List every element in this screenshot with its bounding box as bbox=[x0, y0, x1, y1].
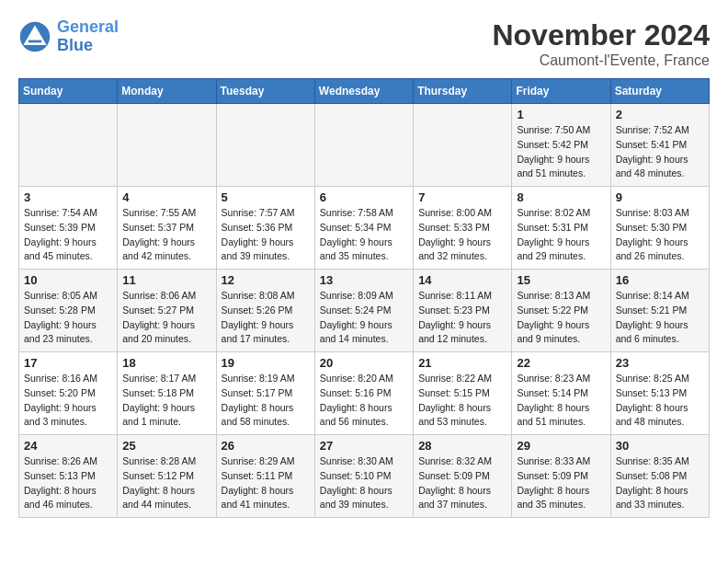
day-cell: 26Sunrise: 8:29 AM Sunset: 5:11 PM Dayli… bbox=[216, 435, 314, 518]
day-number: 2 bbox=[616, 108, 704, 121]
day-info: Sunrise: 8:06 AM Sunset: 5:27 PM Dayligh… bbox=[122, 289, 210, 347]
day-cell bbox=[216, 104, 314, 187]
day-info: Sunrise: 8:26 AM Sunset: 5:13 PM Dayligh… bbox=[24, 454, 112, 512]
day-cell: 19Sunrise: 8:19 AM Sunset: 5:17 PM Dayli… bbox=[216, 352, 314, 435]
day-cell bbox=[314, 104, 413, 187]
day-number: 9 bbox=[616, 190, 704, 204]
day-info: Sunrise: 8:32 AM Sunset: 5:09 PM Dayligh… bbox=[418, 454, 506, 512]
day-cell: 18Sunrise: 8:17 AM Sunset: 5:18 PM Dayli… bbox=[118, 352, 216, 435]
day-cell: 7Sunrise: 8:00 AM Sunset: 5:33 PM Daylig… bbox=[414, 187, 512, 270]
day-info: Sunrise: 8:05 AM Sunset: 5:28 PM Dayligh… bbox=[24, 289, 112, 347]
day-cell: 11Sunrise: 8:06 AM Sunset: 5:27 PM Dayli… bbox=[118, 270, 216, 352]
day-cell: 1Sunrise: 7:50 AM Sunset: 5:42 PM Daylig… bbox=[512, 104, 610, 187]
day-cell: 27Sunrise: 8:30 AM Sunset: 5:10 PM Dayli… bbox=[314, 435, 413, 518]
logo-icon bbox=[18, 20, 51, 53]
day-number: 26 bbox=[222, 439, 310, 453]
day-info: Sunrise: 8:35 AM Sunset: 5:08 PM Dayligh… bbox=[616, 454, 704, 512]
day-cell: 25Sunrise: 8:28 AM Sunset: 5:12 PM Dayli… bbox=[118, 435, 216, 518]
day-info: Sunrise: 8:13 AM Sunset: 5:22 PM Dayligh… bbox=[517, 289, 605, 347]
day-info: Sunrise: 8:17 AM Sunset: 5:18 PM Dayligh… bbox=[122, 372, 210, 430]
day-number: 10 bbox=[24, 273, 112, 287]
day-cell: 4Sunrise: 7:55 AM Sunset: 5:37 PM Daylig… bbox=[118, 187, 216, 270]
day-info: Sunrise: 8:00 AM Sunset: 5:33 PM Dayligh… bbox=[418, 206, 506, 264]
day-info: Sunrise: 8:09 AM Sunset: 5:24 PM Dayligh… bbox=[320, 289, 408, 347]
title-block: November 2024 Caumont-l'Evente, France bbox=[492, 18, 710, 69]
day-cell bbox=[19, 104, 118, 187]
day-info: Sunrise: 8:29 AM Sunset: 5:11 PM Dayligh… bbox=[222, 454, 310, 512]
day-number: 6 bbox=[320, 190, 408, 204]
day-number: 7 bbox=[418, 190, 506, 204]
day-number: 22 bbox=[517, 356, 605, 370]
day-cell bbox=[414, 104, 512, 187]
day-cell: 23Sunrise: 8:25 AM Sunset: 5:13 PM Dayli… bbox=[610, 352, 709, 435]
day-number: 3 bbox=[24, 190, 112, 204]
day-number: 18 bbox=[122, 356, 210, 370]
day-number: 15 bbox=[517, 273, 605, 287]
day-number: 11 bbox=[122, 273, 210, 287]
day-cell bbox=[118, 104, 216, 187]
col-header-saturday: Saturday bbox=[610, 79, 709, 104]
week-row-2: 3Sunrise: 7:54 AM Sunset: 5:39 PM Daylig… bbox=[19, 187, 710, 270]
day-info: Sunrise: 8:22 AM Sunset: 5:15 PM Dayligh… bbox=[418, 372, 506, 430]
col-header-friday: Friday bbox=[512, 79, 610, 104]
week-row-5: 24Sunrise: 8:26 AM Sunset: 5:13 PM Dayli… bbox=[19, 435, 710, 518]
day-number: 20 bbox=[320, 356, 408, 370]
day-number: 24 bbox=[24, 439, 112, 453]
col-header-monday: Monday bbox=[118, 79, 216, 104]
day-info: Sunrise: 7:58 AM Sunset: 5:34 PM Dayligh… bbox=[320, 206, 408, 264]
day-number: 12 bbox=[222, 273, 310, 287]
day-cell: 3Sunrise: 7:54 AM Sunset: 5:39 PM Daylig… bbox=[19, 187, 118, 270]
day-number: 29 bbox=[517, 439, 605, 453]
day-number: 19 bbox=[222, 356, 310, 370]
day-info: Sunrise: 8:25 AM Sunset: 5:13 PM Dayligh… bbox=[616, 372, 704, 430]
day-info: Sunrise: 8:11 AM Sunset: 5:23 PM Dayligh… bbox=[418, 289, 506, 347]
day-cell: 14Sunrise: 8:11 AM Sunset: 5:23 PM Dayli… bbox=[414, 270, 512, 352]
day-cell: 16Sunrise: 8:14 AM Sunset: 5:21 PM Dayli… bbox=[610, 270, 709, 352]
day-cell: 20Sunrise: 8:20 AM Sunset: 5:16 PM Dayli… bbox=[314, 352, 413, 435]
day-cell: 9Sunrise: 8:03 AM Sunset: 5:30 PM Daylig… bbox=[610, 187, 709, 270]
day-cell: 5Sunrise: 7:57 AM Sunset: 5:36 PM Daylig… bbox=[216, 187, 314, 270]
day-cell: 8Sunrise: 8:02 AM Sunset: 5:31 PM Daylig… bbox=[512, 187, 610, 270]
day-info: Sunrise: 8:30 AM Sunset: 5:10 PM Dayligh… bbox=[320, 454, 408, 512]
day-cell: 15Sunrise: 8:13 AM Sunset: 5:22 PM Dayli… bbox=[512, 270, 610, 352]
page-header: General Blue November 2024 Caumont-l'Eve… bbox=[18, 18, 710, 69]
day-cell: 29Sunrise: 8:33 AM Sunset: 5:09 PM Dayli… bbox=[512, 435, 610, 518]
day-info: Sunrise: 8:20 AM Sunset: 5:16 PM Dayligh… bbox=[320, 372, 408, 430]
day-info: Sunrise: 8:19 AM Sunset: 5:17 PM Dayligh… bbox=[222, 372, 310, 430]
day-cell: 24Sunrise: 8:26 AM Sunset: 5:13 PM Dayli… bbox=[19, 435, 118, 518]
logo-text: General Blue bbox=[57, 18, 119, 55]
logo: General Blue bbox=[18, 18, 119, 55]
day-info: Sunrise: 7:50 AM Sunset: 5:42 PM Dayligh… bbox=[517, 123, 605, 181]
month-title: November 2024 bbox=[492, 18, 710, 52]
day-info: Sunrise: 8:28 AM Sunset: 5:12 PM Dayligh… bbox=[122, 454, 210, 512]
col-header-tuesday: Tuesday bbox=[216, 79, 314, 104]
day-info: Sunrise: 7:52 AM Sunset: 5:41 PM Dayligh… bbox=[616, 123, 704, 181]
day-number: 1 bbox=[517, 108, 605, 121]
col-header-thursday: Thursday bbox=[414, 79, 512, 104]
day-info: Sunrise: 8:14 AM Sunset: 5:21 PM Dayligh… bbox=[616, 289, 704, 347]
day-info: Sunrise: 7:55 AM Sunset: 5:37 PM Dayligh… bbox=[122, 206, 210, 264]
svg-rect-2 bbox=[28, 40, 41, 42]
day-number: 21 bbox=[418, 356, 506, 370]
day-cell: 12Sunrise: 8:08 AM Sunset: 5:26 PM Dayli… bbox=[216, 270, 314, 352]
day-info: Sunrise: 8:23 AM Sunset: 5:14 PM Dayligh… bbox=[517, 372, 605, 430]
day-cell: 10Sunrise: 8:05 AM Sunset: 5:28 PM Dayli… bbox=[19, 270, 118, 352]
header-row: SundayMondayTuesdayWednesdayThursdayFrid… bbox=[19, 79, 710, 104]
week-row-1: 1Sunrise: 7:50 AM Sunset: 5:42 PM Daylig… bbox=[19, 104, 710, 187]
day-info: Sunrise: 8:16 AM Sunset: 5:20 PM Dayligh… bbox=[24, 372, 112, 430]
day-number: 30 bbox=[616, 439, 704, 453]
day-number: 14 bbox=[418, 273, 506, 287]
day-info: Sunrise: 8:03 AM Sunset: 5:30 PM Dayligh… bbox=[616, 206, 704, 264]
day-cell: 6Sunrise: 7:58 AM Sunset: 5:34 PM Daylig… bbox=[314, 187, 413, 270]
day-cell: 30Sunrise: 8:35 AM Sunset: 5:08 PM Dayli… bbox=[610, 435, 709, 518]
col-header-wednesday: Wednesday bbox=[314, 79, 413, 104]
day-info: Sunrise: 7:57 AM Sunset: 5:36 PM Dayligh… bbox=[222, 206, 310, 264]
day-number: 23 bbox=[616, 356, 704, 370]
day-cell: 28Sunrise: 8:32 AM Sunset: 5:09 PM Dayli… bbox=[414, 435, 512, 518]
day-number: 4 bbox=[122, 190, 210, 204]
day-cell: 2Sunrise: 7:52 AM Sunset: 5:41 PM Daylig… bbox=[610, 104, 709, 187]
day-number: 17 bbox=[24, 356, 112, 370]
day-cell: 17Sunrise: 8:16 AM Sunset: 5:20 PM Dayli… bbox=[19, 352, 118, 435]
week-row-3: 10Sunrise: 8:05 AM Sunset: 5:28 PM Dayli… bbox=[19, 270, 710, 352]
day-cell: 21Sunrise: 8:22 AM Sunset: 5:15 PM Dayli… bbox=[414, 352, 512, 435]
